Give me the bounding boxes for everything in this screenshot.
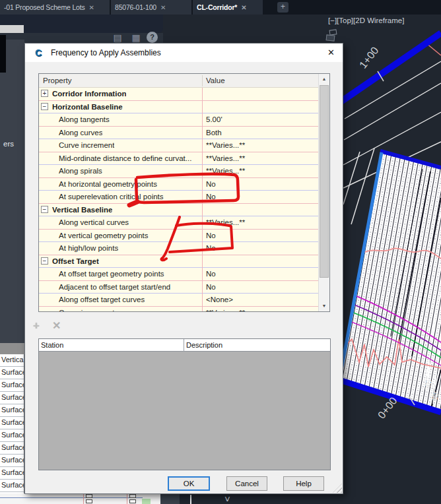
description-column-header: Description bbox=[186, 341, 222, 349]
grid-line bbox=[83, 493, 84, 504]
property-label: Offset Target bbox=[52, 257, 99, 265]
property-value[interactable]: No bbox=[206, 244, 216, 252]
property-label: At offset target geometry points bbox=[59, 270, 164, 278]
property-value[interactable]: No bbox=[206, 180, 216, 188]
value-column-header: Value bbox=[206, 77, 225, 84]
property-value[interactable]: **Varies...** bbox=[206, 141, 245, 149]
list-item[interactable]: Surface bbox=[0, 392, 24, 404]
tab-label: -01 Proposed Scheme Lots bbox=[4, 3, 85, 11]
cancel-button[interactable]: Cancel bbox=[226, 476, 267, 491]
help-button[interactable]: Help bbox=[283, 476, 324, 491]
panel-divider-bar bbox=[0, 35, 6, 73]
viewport-controls-label[interactable]: [−][Top][2D Wireframe] bbox=[328, 16, 404, 24]
event-viewer-icon[interactable]: ▦ bbox=[129, 31, 143, 44]
list-item[interactable]: Surface bbox=[0, 480, 24, 492]
add-station-button[interactable]: + bbox=[28, 317, 44, 332]
grid-row-along-spirals[interactable]: Along spirals **Varies...** bbox=[39, 165, 318, 178]
list-item[interactable]: Surface bbox=[0, 417, 24, 429]
list-item[interactable]: Surface bbox=[0, 367, 24, 379]
checkbox[interactable] bbox=[129, 499, 136, 503]
collapse-icon[interactable]: − bbox=[41, 257, 48, 265]
list-item[interactable]: Surface bbox=[0, 467, 24, 480]
grid-row-horizontal-geometry-points[interactable]: At horizontal geometry points No bbox=[39, 178, 318, 191]
color-cell bbox=[142, 499, 151, 504]
property-value[interactable]: **Varies...** bbox=[206, 154, 245, 162]
list-item[interactable]: Surface bbox=[0, 442, 24, 455]
grid-row-adjacent-offset-target[interactable]: Adjacent to offset target start/end No bbox=[39, 281, 318, 294]
property-label: Along vertical curves bbox=[59, 218, 129, 226]
scroll-up-icon[interactable]: ▲ bbox=[319, 74, 329, 84]
checkbox[interactable] bbox=[129, 494, 136, 498]
tab-close-icon[interactable]: ✕ bbox=[160, 4, 166, 11]
tab-close-icon[interactable]: ✕ bbox=[88, 4, 94, 11]
grid-row-along-offset-target-curves[interactable]: Along offset target curves <None> bbox=[39, 294, 318, 307]
resize-grip[interactable] bbox=[333, 484, 342, 493]
file-tab-proposed-scheme-lots[interactable]: -01 Proposed Scheme Lots ✕ bbox=[0, 0, 110, 15]
grid-row-along-vertical-curves[interactable]: Along vertical curves **Varies...** bbox=[39, 216, 318, 230]
property-label: At horizontal geometry points bbox=[59, 180, 157, 188]
column-separator-line bbox=[202, 88, 203, 311]
column-separator[interactable] bbox=[202, 75, 203, 86]
viewport-widget-icon bbox=[326, 34, 335, 41]
dialog-titlebar[interactable]: C Frequency to Apply Assemblies ✕ bbox=[25, 44, 343, 62]
list-item[interactable]: Surface bbox=[0, 379, 24, 392]
collapse-icon[interactable]: − bbox=[41, 103, 48, 110]
grid-row-horizontal-baseline[interactable]: − Horizontal Baseline bbox=[39, 101, 318, 114]
file-tab-cl-corridor[interactable]: CL-Corridor* ✕ bbox=[193, 0, 263, 15]
grid-row-clipped[interactable]: Curve increment **Varies...** bbox=[39, 307, 318, 312]
grid-row-vertical-geometry-points[interactable]: At vertical geometry points No bbox=[39, 230, 318, 243]
column-separator[interactable] bbox=[184, 339, 184, 352]
list-item[interactable]: Surface bbox=[0, 404, 24, 417]
expand-icon[interactable]: + bbox=[41, 90, 48, 97]
property-value[interactable]: **Varies...** bbox=[206, 309, 245, 312]
grid-header: Property Value bbox=[39, 74, 318, 88]
grid-row-offset-target-geometry-points[interactable]: At offset target geometry points No bbox=[39, 268, 318, 281]
station-table[interactable]: Station Description bbox=[38, 338, 331, 470]
grid-row-corridor-information[interactable]: + Corridor Information bbox=[39, 88, 318, 101]
property-value[interactable]: No bbox=[206, 193, 216, 201]
grid-row-along-tangents[interactable]: Along tangents 5.00' bbox=[39, 113, 318, 127]
panel-edge-strip bbox=[0, 25, 24, 33]
property-label: Vertical Baseline bbox=[52, 206, 112, 214]
property-value[interactable]: 5.00' bbox=[206, 115, 222, 123]
list-item[interactable]: Vertica bbox=[0, 354, 24, 367]
scroll-down-icon[interactable]: ▼ bbox=[319, 301, 329, 311]
list-item[interactable]: Surface bbox=[0, 455, 24, 467]
collapse-chevron-icon[interactable]: ˅ bbox=[224, 493, 230, 504]
checkbox[interactable] bbox=[86, 499, 92, 503]
station-label-1: 1+00 bbox=[357, 45, 381, 71]
property-label: Curve increment bbox=[59, 309, 114, 312]
property-value[interactable]: **Varies...** bbox=[206, 167, 245, 175]
grid-row-curve-increment[interactable]: Curve increment **Varies...** bbox=[39, 139, 318, 152]
scrollbar-thumb[interactable] bbox=[320, 85, 329, 278]
property-value[interactable]: No bbox=[206, 232, 216, 239]
tab-close-icon[interactable]: ✕ bbox=[241, 4, 246, 11]
delete-station-button[interactable]: ✕ bbox=[48, 317, 64, 332]
list-item[interactable]: Surface bbox=[0, 429, 24, 442]
property-value[interactable]: No bbox=[206, 283, 216, 291]
close-icon[interactable]: ✕ bbox=[327, 47, 335, 57]
grid-row-vertical-baseline[interactable]: − Vertical Baseline bbox=[39, 204, 318, 217]
file-tab-85076-01-100[interactable]: 85076-01-100 ✕ bbox=[111, 0, 191, 15]
grid-row-along-curves[interactable]: Along curves Both bbox=[39, 127, 318, 140]
grid-row-mid-ordinate[interactable]: Mid-ordinate distance to define curvat..… bbox=[39, 152, 318, 166]
alignment-line-top[interactable] bbox=[333, 33, 441, 107]
panorama-icon[interactable]: ▤ bbox=[111, 31, 124, 44]
grid-row-offset-target[interactable]: − Offset Target bbox=[39, 255, 318, 268]
app-window: 1+00 0+00 46 07 -01 Proposed Scheme Lots… bbox=[0, 0, 441, 504]
grid-scrollbar[interactable]: ▲ ▼ bbox=[318, 74, 329, 311]
property-label: Along curves bbox=[59, 129, 102, 137]
new-tab-button[interactable]: + bbox=[277, 2, 288, 13]
help-icon[interactable]: ? bbox=[147, 32, 158, 43]
property-value[interactable]: **Varies...** bbox=[206, 218, 245, 226]
property-value[interactable]: No bbox=[206, 270, 216, 278]
property-value[interactable]: Both bbox=[206, 129, 222, 137]
collapse-icon[interactable]: − bbox=[41, 206, 48, 213]
grid-row-superelevation-critical-points[interactable]: At superelevation critical points No bbox=[39, 191, 318, 204]
statusbar-divider bbox=[190, 495, 191, 504]
checkbox[interactable] bbox=[86, 494, 92, 498]
property-value[interactable]: <None> bbox=[206, 296, 233, 303]
ok-button[interactable]: OK bbox=[168, 476, 210, 491]
station-column-header: Station bbox=[41, 341, 63, 349]
grid-row-high-low-points[interactable]: At high/low points No bbox=[39, 242, 318, 255]
